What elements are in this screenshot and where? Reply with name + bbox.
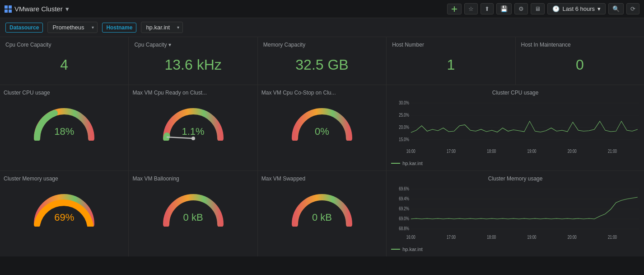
mem-chart-legend: hp.kar.int	[391, 247, 639, 252]
panel-cluster-memory-gauge: Cluster Memory usage 69%	[0, 171, 128, 256]
hostname-select-wrap: hp.kar.int ▾	[141, 22, 183, 33]
cpu-legend-line	[391, 163, 400, 164]
title-chevron[interactable]: ▾	[65, 5, 69, 13]
hostname-select[interactable]: hp.kar.int	[141, 22, 183, 33]
host-num-value: 1	[447, 57, 455, 73]
host-maint-title: Host In Maintenance	[521, 42, 571, 48]
time-label: Last 6 hours	[562, 5, 595, 12]
svg-text:21:00: 21:00	[608, 235, 617, 240]
settings-button[interactable]: ⚙	[514, 3, 528, 14]
dashboard: Cpu Core Capacity 4 Cpu Capacity ▾ 13.6 …	[0, 37, 644, 256]
vm-costop-value: 0%	[315, 126, 329, 138]
topbar: VMware Cluster ▾ ☆ ⬆ 💾 ⚙ 🖥 🕐 Last 6 hour…	[0, 0, 644, 18]
svg-text:21:00: 21:00	[608, 149, 617, 154]
panel-host-number: Host Number 1	[387, 37, 515, 85]
cluster-mem-gauge-title: Cluster Memory usage	[4, 175, 58, 182]
panel-vm-cpu-costop-gauge: Max VM Cpu Co-Stop on Clu... 0%	[258, 85, 386, 171]
mem-chart-svg: 69.6% 69.4% 69.2% 69.0% 68.8% 16:00 17:0…	[391, 185, 639, 243]
host-num-title: Host Number	[392, 42, 424, 48]
svg-text:16:00: 16:00	[406, 235, 415, 240]
mem-cap-title: Memory Capacity	[263, 42, 305, 48]
svg-text:18:00: 18:00	[487, 149, 496, 154]
svg-text:17:00: 17:00	[447, 149, 456, 154]
svg-text:25.0%: 25.0%	[399, 113, 409, 118]
cluster-mem-gauge-value: 69%	[54, 212, 74, 223]
cluster-mem-gauge: 69%	[28, 184, 100, 224]
time-chevron: ▾	[597, 5, 601, 12]
vm-balloon-title: Max VM Ballooning	[132, 175, 179, 182]
cpu-legend-label: hp.kar.int	[402, 161, 423, 166]
mem-legend-line	[391, 249, 400, 250]
svg-text:18:00: 18:00	[487, 235, 496, 240]
save-button[interactable]: 💾	[496, 3, 512, 14]
grid-icon	[5, 5, 12, 13]
vm-swapped-title: Max VM Swapped	[261, 175, 305, 182]
svg-text:20.0%: 20.0%	[399, 125, 409, 130]
panel-cpu-core: Cpu Core Capacity 4	[0, 37, 128, 85]
cpu-cap-chevron: ▾	[168, 42, 171, 48]
cpu-core-title: Cpu Core Capacity	[5, 42, 51, 48]
svg-text:69.2%: 69.2%	[399, 206, 409, 211]
cpu-core-value: 4	[60, 57, 68, 73]
svg-text:19:00: 19:00	[527, 149, 537, 154]
panel-vm-ballooning-gauge: Max VM Ballooning 0 kB	[129, 171, 257, 256]
svg-text:69.6%: 69.6%	[399, 186, 409, 191]
vm-balloon-value: 0 kB	[183, 212, 203, 223]
host-maint-value: 0	[576, 57, 584, 73]
panel-cluster-memory-chart: Cluster Memory usage 69.6% 69.4% 69.2% 6…	[387, 171, 644, 256]
svg-text:30.0%: 30.0%	[399, 100, 409, 105]
filterbar: Datasource Prometheus ▾ Hostname hp.kar.…	[0, 18, 644, 37]
share-button[interactable]: ⬆	[481, 3, 494, 14]
svg-text:16:00: 16:00	[406, 149, 415, 154]
panel-vm-cpu-ready-gauge: Max VM Cpu Ready on Clust...	[129, 85, 257, 171]
datasource-label: Datasource	[5, 23, 43, 33]
cluster-mem-chart-title: Cluster Memory usage	[391, 175, 639, 182]
vm-swapped-value: 0 kB	[312, 212, 332, 223]
svg-text:20:00: 20:00	[568, 235, 577, 240]
tv-button[interactable]: 🖥	[531, 3, 545, 14]
datasource-select-wrap: Prometheus ▾	[47, 22, 98, 33]
search-button[interactable]: 🔍	[608, 3, 624, 14]
cpu-cap-title: Cpu Capacity ▾	[134, 42, 171, 48]
panel-cluster-cpu-gauge: Cluster CPU usage 18%	[0, 85, 128, 171]
vm-swapped-gauge: 0 kB	[286, 184, 358, 224]
hostname-label: Hostname	[102, 23, 136, 33]
cluster-cpu-chart-title: Cluster CPU usage	[391, 90, 639, 96]
svg-text:69.0%: 69.0%	[399, 216, 409, 221]
datasource-select[interactable]: Prometheus	[47, 22, 98, 33]
vm-costop-title: Max VM Cpu Co-Stop on Clu...	[261, 90, 336, 96]
vm-costop-gauge: 0%	[286, 98, 358, 138]
star-button[interactable]: ☆	[464, 3, 478, 14]
panel-host-maintenance: Host In Maintenance 0	[516, 37, 644, 85]
cluster-cpu-gauge-title: Cluster CPU usage	[4, 90, 50, 96]
add-panel-button[interactable]	[447, 4, 462, 14]
svg-text:17:00: 17:00	[447, 235, 456, 240]
panel-memory-capacity: Memory Capacity 32.5 GB	[258, 37, 386, 85]
svg-text:69.4%: 69.4%	[399, 196, 409, 201]
cpu-cap-value: 13.6 kHz	[164, 57, 221, 73]
mem-cap-value: 32.5 GB	[295, 57, 348, 73]
panel-vm-swapped-gauge: Max VM Swapped 0 kB	[258, 171, 386, 256]
svg-rect-1	[452, 9, 457, 9]
cpu-chart-legend: hp.kar.int	[391, 161, 639, 166]
cpu-chart-svg: 30.0% 25.0% 20.0% 15.0% 16:00 17:00 18:0…	[391, 99, 639, 157]
cluster-cpu-gauge-value: 18%	[54, 126, 74, 138]
svg-text:15.0%: 15.0%	[399, 137, 409, 142]
vm-balloon-gauge: 0 kB	[157, 184, 229, 224]
vm-ready-title: Max VM Cpu Ready on Clust...	[132, 90, 207, 96]
panel-cluster-cpu-chart: Cluster CPU usage 30.0% 25.0% 20.0% 15.0…	[387, 85, 644, 171]
svg-text:68.8%: 68.8%	[399, 226, 409, 231]
time-picker[interactable]: 🕐 Last 6 hours ▾	[547, 3, 606, 14]
refresh-button[interactable]: ⟳	[626, 3, 639, 14]
panel-cpu-capacity: Cpu Capacity ▾ 13.6 kHz	[129, 37, 257, 85]
app-logo: VMware Cluster ▾	[5, 5, 69, 13]
vm-ready-gauge: 1.1%	[157, 98, 229, 138]
mem-legend-label: hp.kar.int	[402, 247, 423, 252]
app-title: VMware Cluster	[14, 5, 63, 13]
clock-icon: 🕐	[552, 5, 560, 12]
vm-ready-value: 1.1%	[182, 126, 205, 138]
cluster-cpu-gauge: 18%	[28, 98, 100, 138]
topbar-actions: ☆ ⬆ 💾 ⚙ 🖥 🕐 Last 6 hours ▾ 🔍 ⟳	[447, 3, 639, 14]
svg-text:20:00: 20:00	[568, 149, 577, 154]
svg-text:19:00: 19:00	[527, 235, 537, 240]
